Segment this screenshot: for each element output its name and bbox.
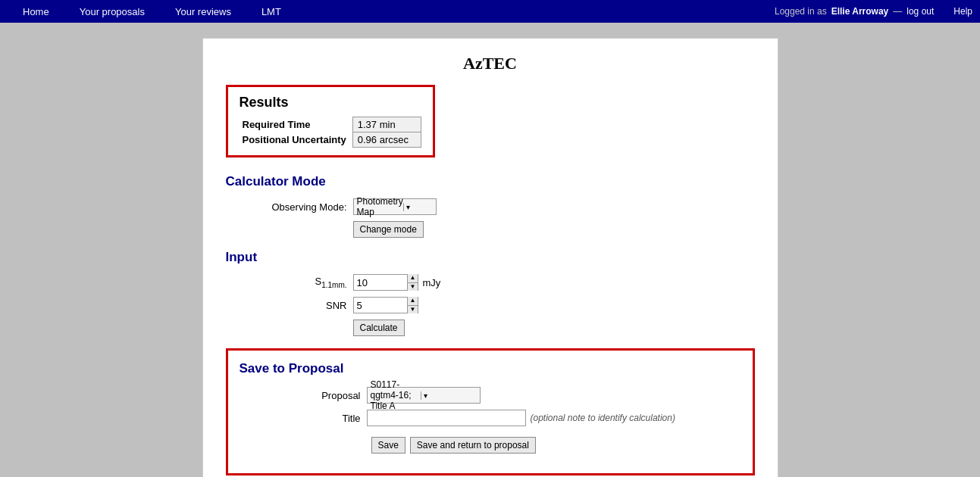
results-table: Required Time 1.37 min Positional Uncert… (240, 117, 421, 148)
s-spin-up[interactable]: ▲ (408, 274, 418, 283)
nav-left: Home Your proposals Your reviews LMT (8, 2, 296, 21)
s-subscript: 1.1mm. (321, 281, 346, 289)
optional-note: (optional note to identify calculation) (531, 413, 675, 423)
input-section: Input S1.1mm. ▲ ▼ mJy SNR (226, 250, 755, 336)
calculate-row: Calculate (226, 320, 755, 336)
snr-row: SNR ▲ ▼ (226, 297, 755, 313)
calculate-button[interactable]: Calculate (353, 320, 405, 336)
nav-right: Logged in as Ellie Arroway — log out Hel… (775, 6, 972, 17)
observing-mode-dropdown[interactable]: Photometry Map ▾ (353, 198, 437, 215)
dash: — (893, 6, 902, 17)
title-row: Title (optional note to identify calcula… (240, 410, 741, 426)
proposal-arrow-icon: ▾ (421, 391, 477, 400)
title-input[interactable] (367, 410, 526, 426)
required-time-label: Required Time (240, 117, 353, 132)
save-to-proposal-title: Save to Proposal (240, 361, 741, 376)
proposal-dropdown[interactable]: S0117-qgtm4-16; Title A ▾ (367, 387, 481, 404)
main-wrapper: AzTEC Results Required Time 1.37 min Pos… (0, 23, 980, 477)
save-buttons-container: Save Save and return to proposal (371, 437, 536, 454)
s-unit: mJy (422, 277, 440, 288)
snr-spinner: ▲ ▼ (407, 297, 418, 313)
username: Ellie Arroway (831, 6, 889, 17)
s-label: S1.1mm. (226, 276, 347, 289)
s-input-wrapper: ▲ ▼ (353, 274, 419, 291)
s-input[interactable] (354, 275, 407, 290)
snr-label: SNR (226, 300, 347, 311)
calculator-mode-section: Calculator Mode Observing Mode: Photomet… (226, 174, 755, 238)
content-box: AzTEC Results Required Time 1.37 min Pos… (202, 38, 778, 477)
results-box: Results Required Time 1.37 min Positiona… (226, 85, 435, 157)
logout-link[interactable]: log out (906, 6, 934, 17)
proposal-row: Proposal S0117-qgtm4-16; Title A ▾ (240, 387, 741, 404)
s-spinner: ▲ ▼ (407, 274, 418, 291)
save-buttons-row: Save Save and return to proposal (240, 432, 741, 454)
nav-your-proposals[interactable]: Your proposals (64, 2, 160, 21)
title-label: Title (240, 413, 361, 424)
page-title: AzTEC (226, 54, 755, 73)
positional-uncertainty-label: Positional Uncertainty (240, 132, 353, 148)
positional-uncertainty-value: 0.96 arcsec (352, 132, 421, 148)
nav-your-reviews[interactable]: Your reviews (160, 2, 246, 21)
results-title: Results (240, 95, 421, 111)
table-row: Positional Uncertainty 0.96 arcsec (240, 132, 421, 148)
dropdown-arrow-icon: ▾ (403, 203, 433, 211)
logged-in-text: Logged in as (775, 6, 827, 17)
snr-spin-up[interactable]: ▲ (408, 297, 418, 306)
nav-lmt[interactable]: LMT (246, 2, 296, 21)
proposal-label: Proposal (240, 390, 361, 401)
calculator-mode-title: Calculator Mode (226, 174, 755, 189)
observing-mode-value: Photometry Map (357, 196, 403, 217)
observing-mode-label: Observing Mode: (226, 201, 347, 213)
observing-mode-row: Observing Mode: Photometry Map ▾ (226, 198, 755, 215)
snr-spin-down[interactable]: ▼ (408, 306, 418, 314)
snr-input-wrapper: ▲ ▼ (353, 297, 419, 313)
save-button[interactable]: Save (371, 437, 405, 454)
snr-input[interactable] (354, 298, 407, 313)
nav-help[interactable]: Help (953, 6, 972, 17)
s-row: S1.1mm. ▲ ▼ mJy (226, 274, 755, 291)
save-return-button[interactable]: Save and return to proposal (410, 437, 536, 454)
required-time-value: 1.37 min (352, 117, 421, 132)
nav-home[interactable]: Home (8, 2, 64, 21)
navbar: Home Your proposals Your reviews LMT Log… (0, 0, 980, 23)
change-mode-button[interactable]: Change mode (353, 221, 424, 238)
input-title: Input (226, 250, 755, 265)
save-to-proposal-box: Save to Proposal Proposal S0117-qgtm4-16… (226, 348, 755, 475)
proposal-value: S0117-qgtm4-16; Title A (371, 379, 421, 411)
table-row: Required Time 1.37 min (240, 117, 421, 132)
change-mode-row: Change mode (226, 221, 755, 238)
s-spin-down[interactable]: ▼ (408, 283, 418, 292)
